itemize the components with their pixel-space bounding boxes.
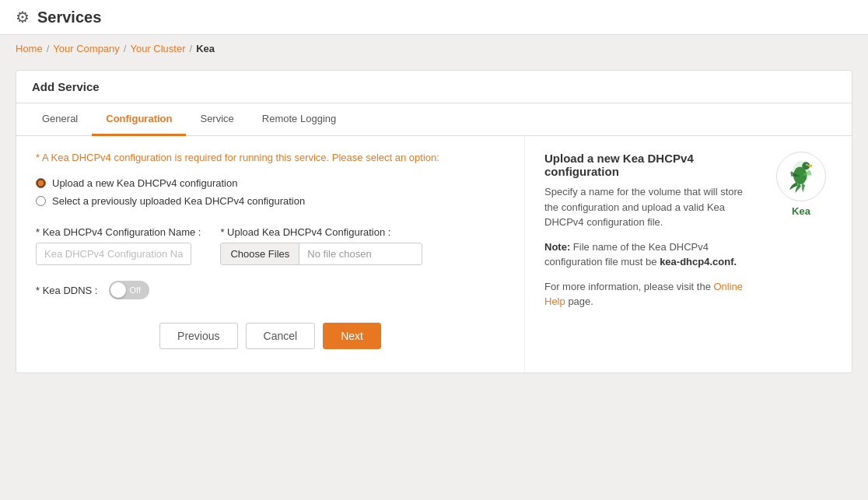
more-info-prefix: For more information, please visit the [544, 281, 713, 292]
config-name-group: * Kea DHCPv4 Configuration Name : [36, 226, 201, 265]
radio-select-existing-input[interactable] [36, 196, 46, 206]
config-name-label: * Kea DHCPv4 Configuration Name : [36, 226, 201, 238]
toggle-track: Off [109, 281, 149, 299]
svg-point-4 [807, 164, 807, 165]
tab-remote-logging[interactable]: Remote Logging [248, 103, 350, 136]
choose-files-button[interactable]: Choose Files [221, 243, 299, 264]
toggle-off-text: Off [129, 285, 140, 295]
radio-upload-new-label: Upload a new Kea DHCPv4 configuration [52, 177, 237, 189]
note-filename: kea-dhcp4.conf. [660, 256, 737, 267]
radio-select-existing-label: Select a previously uploaded Kea DHCPv4 … [52, 195, 305, 207]
config-name-input[interactable] [36, 243, 191, 265]
header: ⚙ Services [0, 0, 868, 35]
content-area: * A Kea DHCPv4 configuration is required… [16, 136, 852, 372]
tab-general[interactable]: General [28, 103, 92, 136]
tab-bar: General Configuration Service Remote Log… [16, 103, 852, 136]
breadcrumb-company[interactable]: Your Company [53, 43, 120, 54]
radio-group: Upload a new Kea DHCPv4 configuration Se… [36, 177, 505, 207]
no-file-chosen-text: No file chosen [299, 243, 379, 264]
tab-service[interactable]: Service [186, 103, 247, 136]
page-suffix: page. [568, 295, 593, 307]
info-desc: Specify a name for the volume that will … [544, 184, 758, 230]
gear-icon: ⚙ [16, 8, 30, 26]
kea-logo-circle [776, 152, 826, 201]
card-body: General Configuration Service Remote Log… [16, 103, 852, 372]
info-text-block: Upload a new Kea DHCPv4 configuration Sp… [544, 152, 758, 357]
breadcrumb-cluster[interactable]: Your Cluster [130, 43, 185, 54]
more-info-text: For more information, please visit the O… [544, 279, 758, 309]
breadcrumb-current: Kea [196, 43, 215, 54]
upload-config-label: * Upload Kea DHCPv4 Configuration : [220, 226, 422, 238]
info-title: Upload a new Kea DHCPv4 configuration [544, 152, 758, 178]
breadcrumb-home[interactable]: Home [16, 43, 43, 54]
radio-select-existing[interactable]: Select a previously uploaded Kea DHCPv4 … [36, 195, 505, 207]
ddns-row: * Kea DDNS : Off [36, 281, 505, 299]
button-row: Previous Cancel Next [36, 323, 505, 357]
note-label: Note: [544, 241, 570, 253]
tab-configuration[interactable]: Configuration [92, 103, 186, 136]
info-section: Upload a new Kea DHCPv4 configuration Sp… [525, 136, 852, 372]
main-content: Add Service General Configuration Servic… [0, 62, 868, 389]
radio-upload-new-input[interactable] [36, 178, 46, 188]
ddns-label: * Kea DDNS : [36, 285, 97, 296]
add-service-card: Add Service General Configuration Servic… [16, 70, 852, 373]
kea-label: Kea [792, 205, 810, 217]
config-fields-row: * Kea DHCPv4 Configuration Name : * Uplo… [36, 226, 505, 265]
info-note: Note: File name of the Kea DHCPv4 config… [544, 240, 758, 270]
kea-logo-block: Kea [770, 152, 832, 357]
radio-upload-new[interactable]: Upload a new Kea DHCPv4 configuration [36, 177, 505, 189]
breadcrumb: Home / Your Company / Your Cluster / Kea [0, 35, 868, 62]
upload-config-group: * Upload Kea DHCPv4 Configuration : Choo… [220, 226, 422, 265]
card-header: Add Service [16, 71, 852, 103]
form-section: * A Kea DHCPv4 configuration is required… [16, 136, 525, 372]
file-input-wrapper: Choose Files No file chosen [220, 243, 422, 265]
required-note: * A Kea DHCPv4 configuration is required… [36, 152, 505, 163]
toggle-thumb [110, 282, 126, 298]
page-title: Services [37, 9, 101, 26]
ddns-toggle[interactable]: Off [109, 281, 149, 299]
cancel-button[interactable]: Cancel [246, 323, 316, 349]
next-button[interactable]: Next [323, 323, 381, 349]
kea-logo-svg [782, 157, 821, 196]
previous-button[interactable]: Previous [159, 323, 237, 349]
